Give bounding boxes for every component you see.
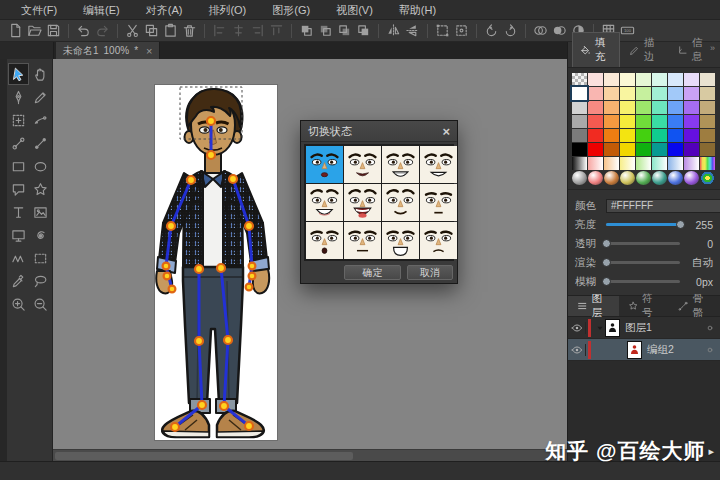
color-swatch[interactable] [700, 115, 715, 128]
delete-button[interactable] [180, 21, 199, 40]
tool-window[interactable] [8, 224, 29, 246]
expression-big-grin[interactable] [382, 146, 419, 183]
cancel-button[interactable]: 取消 [407, 265, 453, 280]
layer-row-图层1[interactable]: 图层1 [568, 317, 720, 339]
radial-swatch[interactable] [684, 171, 699, 185]
gradient-swatch[interactable] [588, 157, 603, 170]
color-swatch[interactable] [668, 87, 683, 100]
render-slider-thumb[interactable] [602, 258, 611, 267]
color-hex-input[interactable] [606, 199, 720, 213]
color-swatch[interactable] [636, 73, 651, 86]
rotate-left-button[interactable] [482, 21, 501, 40]
visibility-eye-icon[interactable] [568, 322, 586, 334]
layer-row-编组2[interactable]: 编组2 [568, 339, 720, 361]
expression-laughing[interactable] [306, 184, 343, 221]
tool-frame[interactable] [30, 247, 51, 269]
menu-align[interactable]: 对齐(A) [133, 0, 196, 20]
color-swatch[interactable] [636, 115, 651, 128]
layer-outline-circle[interactable] [703, 345, 717, 355]
horizontal-scrollbar[interactable] [53, 449, 567, 461]
expression-frown[interactable] [420, 222, 457, 259]
tool-callout[interactable] [8, 178, 29, 200]
panel-overflow-icon[interactable]: » [710, 43, 715, 53]
color-swatch[interactable] [684, 87, 699, 100]
expression-wide-smile[interactable] [420, 146, 457, 183]
color-swatch[interactable] [604, 87, 619, 100]
opacity-slider[interactable] [606, 242, 680, 245]
cut-button[interactable] [123, 21, 142, 40]
color-swatch[interactable] [620, 73, 635, 86]
color-swatch[interactable] [604, 73, 619, 86]
rainbow-radial-swatch[interactable] [700, 171, 715, 185]
save-button[interactable] [44, 21, 63, 40]
expression-shouting[interactable] [382, 222, 419, 259]
radial-swatch[interactable] [652, 171, 667, 185]
mask-fill-button[interactable] [550, 21, 569, 40]
expression-slight-smile[interactable] [344, 146, 381, 183]
brightness-slider[interactable] [606, 223, 680, 226]
color-swatch[interactable] [684, 115, 699, 128]
redo-button[interactable] [93, 21, 112, 40]
color-swatch[interactable] [700, 73, 715, 86]
color-swatch[interactable] [588, 101, 603, 114]
color-swatch[interactable] [588, 143, 603, 156]
dialog-close-icon[interactable]: × [442, 124, 450, 139]
tool-rectangle[interactable] [8, 155, 29, 177]
layers-tab-layers[interactable]: 图层 [568, 296, 619, 316]
color-swatch[interactable] [668, 115, 683, 128]
color-swatch[interactable] [652, 87, 667, 100]
radial-swatch[interactable] [636, 171, 651, 185]
color-swatch[interactable] [572, 143, 587, 156]
transform-anchor-button[interactable] [452, 21, 471, 40]
color-swatch[interactable] [668, 73, 683, 86]
opacity-slider-thumb[interactable] [602, 239, 611, 248]
color-swatch[interactable] [588, 87, 603, 100]
flip-horizontal-button[interactable] [384, 21, 403, 40]
open-button[interactable] [25, 21, 44, 40]
blur-slider[interactable] [606, 280, 680, 283]
tool-bind[interactable] [30, 132, 51, 154]
color-swatch[interactable] [636, 101, 651, 114]
gradient-swatch[interactable] [620, 157, 635, 170]
tool-select[interactable] [8, 63, 29, 85]
tool-image[interactable] [30, 201, 51, 223]
tool-anchor-edit[interactable] [30, 109, 51, 131]
menu-view[interactable]: 视图(V) [323, 0, 386, 20]
rainbow-gradient-swatch[interactable] [700, 157, 715, 170]
gradient-swatch[interactable] [668, 157, 683, 170]
color-swatch[interactable] [636, 143, 651, 156]
align-top-button[interactable] [267, 21, 286, 40]
align-left-button[interactable] [210, 21, 229, 40]
gradient-swatch[interactable] [652, 157, 667, 170]
dialog-title-bar[interactable]: 切换状态 × [301, 121, 457, 142]
color-swatch[interactable] [700, 143, 715, 156]
tool-spiral[interactable] [30, 224, 51, 246]
color-swatch[interactable] [588, 115, 603, 128]
free-transform-button[interactable] [433, 21, 452, 40]
color-swatch[interactable] [684, 143, 699, 156]
menu-edit[interactable]: 编辑(E) [70, 0, 133, 20]
blur-slider-thumb[interactable] [602, 277, 611, 286]
tool-star[interactable] [30, 178, 51, 200]
brightness-slider-thumb[interactable] [676, 220, 685, 229]
color-swatch[interactable] [604, 129, 619, 142]
rotate-right-button[interactable] [501, 21, 520, 40]
radial-swatch[interactable] [604, 171, 619, 185]
radial-swatch[interactable] [572, 171, 587, 185]
color-swatch[interactable] [652, 73, 667, 86]
color-swatch[interactable] [620, 101, 635, 114]
color-swatch[interactable] [588, 73, 603, 86]
radial-swatch[interactable] [620, 171, 635, 185]
paste-button[interactable] [161, 21, 180, 40]
radial-swatch[interactable] [588, 171, 603, 185]
tool-ellipse[interactable] [30, 155, 51, 177]
color-swatch[interactable] [572, 87, 587, 100]
gradient-swatch[interactable] [636, 157, 651, 170]
bring-forward-button[interactable] [316, 21, 335, 40]
align-right-button[interactable] [248, 21, 267, 40]
color-swatch[interactable] [700, 87, 715, 100]
expression-neutral[interactable] [306, 146, 343, 183]
color-swatch[interactable] [652, 115, 667, 128]
gradient-swatch[interactable] [604, 157, 619, 170]
layers-tab-symbols[interactable]: 符号 [619, 296, 670, 316]
